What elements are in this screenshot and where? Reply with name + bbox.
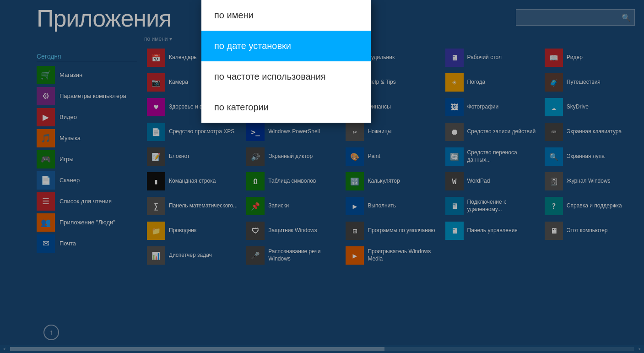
- dropdown-item[interactable]: по дате установки: [201, 31, 371, 61]
- dropdown-item[interactable]: по частоте использования: [201, 61, 371, 92]
- dropdown-item[interactable]: по категории: [201, 92, 371, 123]
- dropdown-item[interactable]: по имени: [201, 0, 371, 31]
- dropdown-menu: по именипо дате установкипо частоте испо…: [201, 0, 371, 123]
